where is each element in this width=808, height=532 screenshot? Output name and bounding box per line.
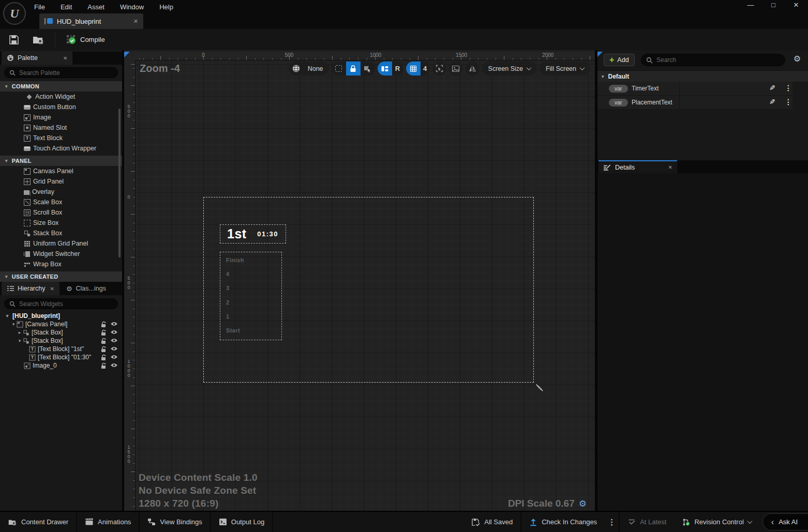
select-outline-button[interactable]	[332, 62, 346, 75]
chevron-right-icon[interactable]: ▸	[17, 330, 23, 335]
tab-palette[interactable]: Palette ✕	[2, 51, 72, 65]
maximize-button[interactable]: □	[769, 1, 778, 9]
hierarchy-search-input[interactable]	[19, 300, 113, 308]
localization-preview-button[interactable]: None	[289, 62, 329, 75]
respect-locks-label[interactable]: R	[392, 62, 403, 75]
tab-class-settings[interactable]: ⚙ Clas...ings	[61, 282, 111, 295]
palette-search-input[interactable]	[19, 69, 113, 77]
menu-window[interactable]: Window	[120, 3, 144, 11]
kebab-menu-icon[interactable]: ⋮	[785, 84, 792, 92]
select-widget-button[interactable]	[432, 62, 446, 75]
menu-asset[interactable]: Asset	[87, 3, 104, 11]
visibility-eye-icon[interactable]	[110, 362, 118, 368]
settings-gear-icon[interactable]: ⚙	[794, 55, 801, 63]
palette-item-wrap-box[interactable]: Wrap Box	[0, 259, 122, 269]
timer-text[interactable]: 01:30	[257, 230, 278, 238]
stack-box-widget[interactable]: 1st 01:30	[220, 224, 286, 244]
unlock-icon[interactable]	[101, 338, 107, 344]
browse-to-asset-button[interactable]	[26, 32, 51, 48]
resize-cursor-icon[interactable]	[534, 382, 545, 393]
view-bindings-button[interactable]: View Bindings	[140, 512, 211, 532]
palette-item-scroll-box[interactable]: Scroll Box	[0, 207, 122, 218]
layout-mode-button[interactable]	[378, 62, 392, 75]
tree-row-canvas-panel[interactable]: ▾ [Canvas Panel]	[0, 320, 122, 328]
placement-text[interactable]: 1st	[227, 226, 247, 241]
animation-mode-button[interactable]	[361, 62, 375, 75]
tree-row-stack-box-2[interactable]: ▾ [Stack Box]	[0, 337, 122, 345]
palette-search[interactable]	[4, 67, 118, 78]
screen-size-dropdown[interactable]: Screen Size	[482, 62, 537, 75]
tab-close-icon[interactable]: ✕	[133, 18, 138, 25]
tree-row-text-block-timer[interactable]: [Text Block] "01:30"	[0, 353, 122, 361]
palette-item-uniform-grid-panel[interactable]: Uniform Grid Panel	[0, 238, 122, 249]
menu-help[interactable]: Help	[159, 3, 173, 11]
hierarchy-close-icon[interactable]: ✕	[50, 286, 54, 292]
palette-item-overlay[interactable]: Overlay	[0, 187, 122, 197]
visibility-eye-icon[interactable]	[110, 329, 118, 335]
check-in-changes-button[interactable]: Check In Changes	[521, 512, 605, 532]
unlock-icon[interactable]	[101, 329, 107, 336]
add-variable-button[interactable]: + Add	[604, 54, 635, 66]
edit-pencil-icon[interactable]: ✎	[769, 84, 775, 92]
save-button[interactable]	[2, 32, 26, 48]
tree-row-stack-box-1[interactable]: ▸ [Stack Box]	[0, 328, 122, 337]
palette-item-named-slot[interactable]: Named Slot	[0, 123, 122, 133]
compile-button[interactable]: Compile	[59, 32, 111, 48]
chevron-down-icon[interactable]: ▾	[17, 338, 23, 343]
variables-search[interactable]	[641, 54, 785, 66]
unlock-icon[interactable]	[101, 321, 107, 328]
flip-preview-button[interactable]	[466, 62, 480, 75]
palette-item-image[interactable]: Image	[0, 112, 122, 123]
chevron-down-icon[interactable]: ▾	[10, 322, 17, 327]
details-close-icon[interactable]: ✕	[668, 164, 672, 170]
all-saved-status[interactable]: All Saved	[463, 512, 521, 532]
revision-control-button[interactable]: Revision Control	[674, 512, 759, 532]
palette-close-icon[interactable]: ✕	[63, 55, 67, 61]
palette-item-touch-action-wrapper[interactable]: Touch Action Wrapper	[0, 143, 122, 154]
chevron-down-icon[interactable]: ▾	[4, 313, 10, 318]
palette-item-widget-switcher[interactable]: Widget Switcher	[0, 249, 122, 259]
ask-ai-button[interactable]: ‹ Ask AI	[762, 513, 808, 530]
kebab-menu-icon[interactable]: ⋮	[605, 512, 619, 532]
palette-item-scale-box[interactable]: Scale Box	[0, 197, 122, 207]
palette-item-text-block[interactable]: Text Block	[0, 133, 122, 143]
close-button[interactable]: ✕	[791, 1, 801, 9]
lock-widgets-button[interactable]	[346, 62, 361, 75]
minimize-button[interactable]: —	[746, 1, 755, 9]
unlock-icon[interactable]	[101, 346, 107, 353]
menu-file[interactable]: File	[34, 3, 45, 11]
unlock-icon[interactable]	[101, 354, 107, 361]
palette-item-canvas-panel[interactable]: Canvas Panel	[0, 166, 122, 176]
variable-row-timertext[interactable]: var TimerText ✎ ⋮	[597, 82, 792, 96]
edit-pencil-icon[interactable]: ✎	[769, 98, 775, 106]
output-log-button[interactable]: Output Log	[211, 512, 273, 532]
visibility-eye-icon[interactable]	[110, 338, 118, 343]
dpi-settings-gear-icon[interactable]: ⚙	[579, 498, 587, 509]
visibility-eye-icon[interactable]	[110, 354, 118, 360]
tree-row-image-0[interactable]: Image_0	[0, 361, 122, 370]
tab-hierarchy[interactable]: Hierarchy ✕	[2, 282, 59, 295]
placement-list-widget[interactable]: Finish 4 3 2 1 Start	[220, 252, 282, 340]
grid-snap-size[interactable]: 4	[421, 62, 430, 75]
palette-item-size-box[interactable]: Size Box	[0, 218, 122, 228]
tab-details[interactable]: Details ✕	[598, 160, 677, 173]
section-panel[interactable]: ▾ PANEL	[0, 156, 122, 166]
visibility-eye-icon[interactable]	[110, 321, 118, 327]
palette-item-grid-panel[interactable]: Grid Panel	[0, 176, 122, 187]
unreal-logo[interactable]: U	[3, 2, 26, 25]
content-drawer-button[interactable]: Content Drawer	[0, 512, 77, 532]
palette-item-action-widget[interactable]: Action Widget	[0, 92, 122, 102]
fill-screen-dropdown[interactable]: Fill Screen	[540, 62, 590, 75]
animations-button[interactable]: Animations	[77, 512, 140, 532]
kebab-menu-icon[interactable]: ⋮	[785, 98, 792, 106]
palette-item-stack-box[interactable]: Stack Box	[0, 228, 122, 238]
unlock-icon[interactable]	[101, 362, 107, 369]
visibility-eye-icon[interactable]	[110, 346, 118, 352]
tab-hud-blueprint[interactable]: HUD_blueprint ✕	[39, 13, 143, 29]
grid-snap-button[interactable]	[406, 62, 421, 75]
palette-item-custom-button[interactable]: Custom Button	[0, 102, 122, 112]
tree-row-text-block-1st[interactable]: [Text Block] "1st"	[0, 345, 122, 353]
preview-background-button[interactable]	[449, 62, 463, 75]
tree-row-root[interactable]: ▾ [HUD_blueprint]	[0, 312, 122, 320]
variable-row-placementtext[interactable]: var PlacementText ✎ ⋮	[597, 96, 792, 110]
